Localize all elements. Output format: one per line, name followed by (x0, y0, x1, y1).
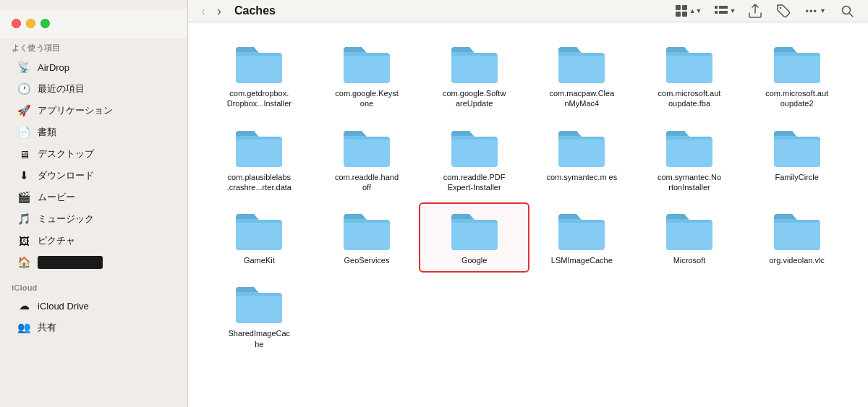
svg-rect-5 (719, 6, 728, 9)
music-icon: 🎵 (17, 213, 30, 226)
file-label-microsoft: Microsoft (673, 255, 706, 265)
file-label-readdle-pdf: com.readdle.PDF Expert-Installer (438, 172, 511, 193)
file-label-symantec-mes: com.symantec.m es (546, 172, 617, 182)
file-item-google[interactable]: Google (420, 204, 528, 271)
file-item-lsmimagecache[interactable]: LSMImageCache (528, 204, 636, 271)
share-icon (749, 4, 762, 18)
svg-rect-1 (682, 5, 687, 10)
svg-rect-6 (715, 11, 718, 14)
back-button[interactable]: ‹ (197, 1, 210, 22)
sidebar-item-home[interactable]: 🏠 (6, 252, 182, 273)
view-list-button[interactable]: ▼ (710, 1, 741, 20)
toolbar: ‹ › Caches ▲▼ (188, 0, 868, 22)
traffic-lights-area (0, 9, 187, 38)
file-item-dropbox[interactable]: com.getdropbox. Dropbox...Installer (205, 37, 313, 115)
downloads-icon: ⬇ (17, 169, 30, 182)
sidebar-item-label-music: ミュージック (38, 213, 94, 226)
folder-icon-msautoupdate2 (772, 43, 822, 85)
icloud-label: iCloud (0, 279, 187, 295)
traffic-light-minimize[interactable] (26, 19, 35, 28)
file-label-cleanmymac: com.macpaw.Clea nMyMac4 (545, 88, 618, 109)
file-item-keystone[interactable]: com.google.Keyst one (313, 37, 421, 115)
folder-icon-dropbox (234, 43, 284, 85)
folder-icon-google (449, 210, 500, 252)
share-button[interactable] (743, 0, 767, 22)
file-item-plausiblelabs[interactable]: com.plausiblelabs .crashre...rter.data (205, 121, 313, 199)
favorites-label: よく使う項目 (0, 38, 187, 56)
file-item-geoservices[interactable]: GeoServices (313, 204, 421, 271)
file-item-sharedimagecache[interactable]: SharedImageCac he (205, 277, 313, 355)
shared-icon: 👥 (17, 321, 30, 334)
file-item-softwareupdate[interactable]: com.google.Softw areUpdate (420, 37, 528, 115)
svg-line-10 (849, 13, 853, 17)
caret-icon: ▲▼ (689, 7, 702, 14)
toolbar-title: Caches (234, 4, 276, 17)
file-item-msautoupdate2[interactable]: com.microsoft.aut oupdate2 (743, 37, 851, 115)
file-grid: com.getdropbox. Dropbox...Installer com.… (205, 37, 851, 355)
home-label-redacted (38, 256, 103, 269)
icloud-drive-icon: ☁ (17, 299, 30, 312)
tag-icon (776, 4, 791, 18)
file-item-microsoft[interactable]: Microsoft (636, 204, 744, 271)
folder-icon-lsmimagecache (556, 210, 607, 252)
folder-icon-vlc (772, 210, 822, 252)
sidebar-item-recents[interactable]: 🕐 最近の項目 (6, 79, 182, 99)
file-item-cleanmymac[interactable]: com.macpaw.Clea nMyMac4 (528, 37, 636, 115)
file-label-familycircle: FamilyCircle (775, 172, 819, 182)
traffic-light-close[interactable] (12, 19, 21, 28)
file-label-gamekit: GameKit (244, 255, 275, 265)
home-icon: 🏠 (17, 256, 30, 269)
sidebar-item-airdrop[interactable]: 📡 AirDrop (6, 57, 182, 77)
sidebar-item-label-shared: 共有 (38, 321, 56, 334)
sidebar-item-label-airdrop: AirDrop (38, 62, 69, 73)
sidebar-item-music[interactable]: 🎵 ミュージック (6, 209, 182, 229)
list-caret-icon: ▼ (730, 7, 736, 14)
file-item-readdle-hand[interactable]: com.readdle.hand off (313, 121, 421, 199)
sidebar-item-label-downloads: ダウンロード (38, 169, 94, 182)
folder-icon-symantec-mes (556, 127, 607, 168)
search-button[interactable] (835, 1, 859, 21)
file-item-msautoupdate-fba[interactable]: com.microsoft.aut oupdate.fba (636, 37, 744, 115)
file-label-plausiblelabs: com.plausiblelabs .crashre...rter.data (223, 172, 295, 193)
file-item-symantec-norton[interactable]: com.symantec.No rtonInstaller (636, 121, 744, 199)
sidebar-item-pictures[interactable]: 🖼 ピクチャ (6, 231, 182, 251)
sidebar-divider (0, 273, 187, 279)
main-area: ‹ › Caches ▲▼ (188, 0, 868, 407)
sidebar-item-documents[interactable]: 📄 書類 (6, 122, 182, 142)
file-item-vlc[interactable]: org.videolan.vlc (743, 204, 851, 271)
sidebar-item-label-movies: ムービー (38, 191, 75, 204)
content-area: com.getdropbox. Dropbox...Installer com.… (188, 22, 868, 407)
view-grid-button[interactable]: ▲▼ (671, 1, 707, 20)
folder-icon-softwareupdate (449, 43, 500, 85)
file-label-vlc: org.videolan.vlc (769, 255, 824, 265)
sidebar-item-downloads[interactable]: ⬇ ダウンロード (6, 166, 182, 186)
recents-icon: 🕐 (17, 82, 30, 95)
folder-icon-readdle-hand (341, 127, 392, 168)
file-item-readdle-pdf[interactable]: com.readdle.PDF Expert-Installer (420, 121, 528, 199)
movies-icon: 🎬 (17, 191, 30, 204)
tag-button[interactable] (770, 0, 796, 22)
folder-icon-plausiblelabs (234, 127, 284, 168)
sidebar-item-applications[interactable]: 🚀 アプリケーション (6, 100, 182, 121)
sidebar-item-desktop[interactable]: 🖥 デスクトップ (6, 144, 182, 164)
folder-icon-geoservices (341, 210, 392, 252)
forward-button[interactable]: › (213, 1, 226, 22)
file-item-symantec-mes[interactable]: com.symantec.m es (528, 121, 636, 199)
sidebar-item-movies[interactable]: 🎬 ムービー (6, 187, 182, 207)
sidebar-item-label-desktop: デスクトップ (38, 147, 94, 160)
sidebar-item-label-applications: アプリケーション (38, 104, 113, 117)
file-item-gamekit[interactable]: GameKit (205, 204, 313, 271)
file-item-familycircle[interactable]: FamilyCircle (743, 121, 851, 199)
documents-icon: 📄 (17, 126, 30, 139)
more-button[interactable]: ••• ▼ (799, 2, 832, 20)
sidebar-item-icloud-drive[interactable]: ☁ iCloud Drive (6, 296, 182, 316)
folder-icon-cleanmymac (556, 43, 607, 85)
svg-point-8 (780, 7, 781, 9)
file-label-keystone: com.google.Keyst one (331, 88, 403, 109)
traffic-light-zoom[interactable] (41, 19, 50, 28)
folder-icon-msautoupdate-fba (664, 43, 715, 85)
file-label-lsmimagecache: LSMImageCache (551, 255, 613, 265)
file-label-msautoupdate-fba: com.microsoft.aut oupdate.fba (653, 88, 726, 109)
file-label-softwareupdate: com.google.Softw areUpdate (438, 88, 511, 109)
sidebar-item-shared[interactable]: 👥 共有 (6, 317, 182, 338)
